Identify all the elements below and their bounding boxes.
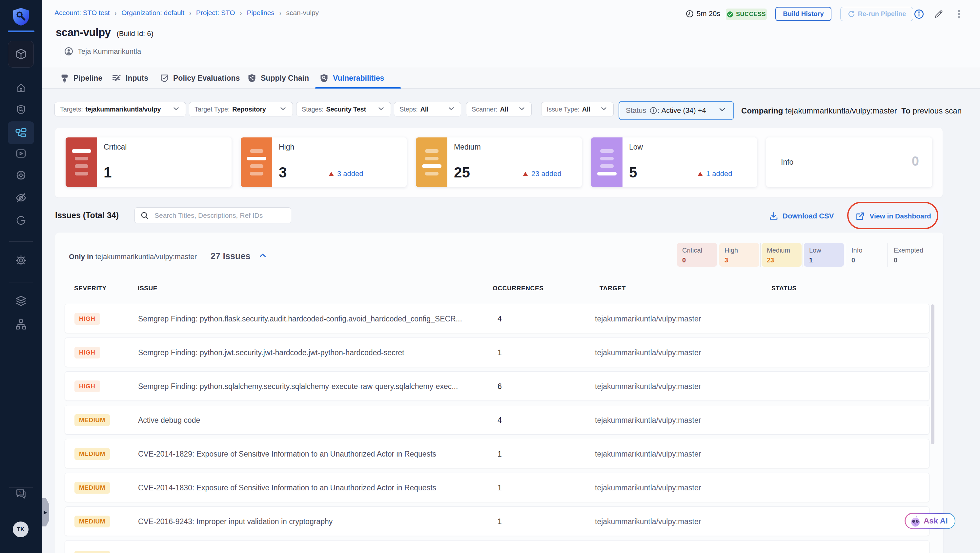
svg-text:?: ? [19,490,21,494]
